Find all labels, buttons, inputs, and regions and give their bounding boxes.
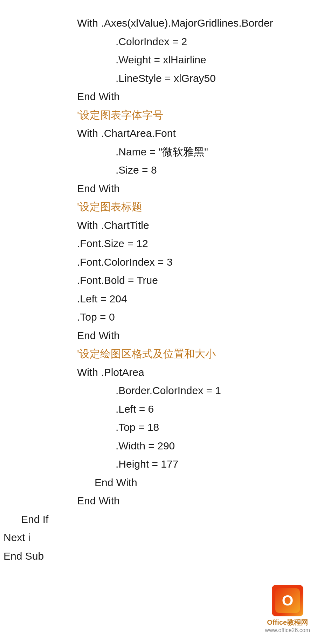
code-line: .Border.ColorIndex = 1 [0, 382, 317, 400]
code-line: With .ChartTitle [0, 216, 317, 235]
code-line: '设定图表字体字号 [0, 106, 317, 125]
logo-main-text: Office教程网 [267, 618, 308, 627]
code-line: .Size = 8 [0, 161, 317, 180]
svg-text:O: O [282, 592, 293, 609]
code-line: '设定图表标题 [0, 198, 317, 216]
code-line: .Top = 0 [0, 308, 317, 327]
code-line: End With [0, 88, 317, 106]
logo-icon: O [272, 585, 303, 616]
code-line: .Height = 177 [0, 455, 317, 474]
code-line: With .PlotArea [0, 363, 317, 382]
code-line: .Font.ColorIndex = 3 [0, 253, 317, 272]
code-line: .LineStyle = xlGray50 [0, 69, 317, 88]
code-block: With .Axes(xlValue).MajorGridlines.Borde… [0, 0, 317, 579]
code-line: End With [0, 327, 317, 345]
code-line: End With [0, 180, 317, 198]
code-line: With .ChartArea.Font [0, 124, 317, 143]
code-line: .Font.Size = 12 [0, 234, 317, 253]
code-line: .Font.Bold = True [0, 271, 317, 290]
code-line: .Name = "微软雅黑" [0, 143, 317, 161]
code-line: .Top = 18 [0, 418, 317, 437]
code-line: End With [0, 474, 317, 492]
code-line: .ColorIndex = 2 [0, 33, 317, 51]
logo-sub-text: www.office26.com [265, 627, 310, 634]
code-line: .Weight = xlHairline [0, 51, 317, 69]
code-line: .Left = 6 [0, 400, 317, 419]
code-line: .Left = 204 [0, 290, 317, 308]
logo-container: O Office教程网 www.office26.com [265, 585, 310, 634]
code-line: End Sub [0, 547, 317, 566]
code-line: '设定绘图区格式及位置和大小 [0, 345, 317, 363]
code-line: End With [0, 492, 317, 510]
code-line: With .Axes(xlValue).MajorGridlines.Borde… [0, 14, 317, 33]
code-line: End If [0, 510, 317, 529]
code-line: Next i [0, 528, 317, 547]
code-line: .Width = 290 [0, 437, 317, 455]
